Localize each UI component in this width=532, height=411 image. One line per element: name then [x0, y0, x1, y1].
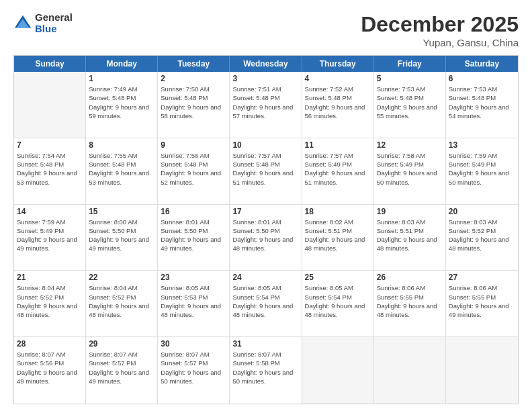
day-info: Sunrise: 7:50 AMSunset: 5:48 PMDaylight:… — [161, 85, 226, 120]
day-info: Sunrise: 8:03 AMSunset: 5:52 PMDaylight:… — [449, 218, 515, 253]
calendar-cell: 3Sunrise: 7:51 AMSunset: 5:48 PMDaylight… — [230, 72, 302, 138]
calendar-header-day: Thursday — [302, 56, 374, 72]
calendar-cell: 13Sunrise: 7:59 AMSunset: 5:49 PMDayligh… — [446, 138, 518, 204]
day-number: 11 — [305, 140, 371, 150]
day-info: Sunrise: 7:57 AMSunset: 5:49 PMDaylight:… — [305, 151, 371, 187]
day-number: 31 — [232, 339, 298, 349]
calendar-cell: 7Sunrise: 7:54 AMSunset: 5:48 PMDaylight… — [14, 138, 86, 204]
calendar-cell: 20Sunrise: 8:03 AMSunset: 5:52 PMDayligh… — [446, 205, 518, 271]
calendar-cell: 6Sunrise: 7:53 AMSunset: 5:48 PMDaylight… — [446, 72, 518, 138]
calendar-header-day: Wednesday — [230, 56, 302, 72]
calendar-cell: 16Sunrise: 8:01 AMSunset: 5:50 PMDayligh… — [158, 205, 230, 271]
calendar-cell: 30Sunrise: 8:07 AMSunset: 5:57 PMDayligh… — [158, 337, 230, 404]
day-number: 30 — [161, 339, 226, 349]
logo-general-label: General — [35, 12, 73, 24]
day-info: Sunrise: 7:56 AMSunset: 5:48 PMDaylight:… — [161, 151, 226, 187]
calendar-cell: 23Sunrise: 8:05 AMSunset: 5:53 PMDayligh… — [158, 271, 230, 336]
logo-icon — [13, 14, 32, 33]
day-number: 13 — [449, 140, 515, 150]
day-info: Sunrise: 7:53 AMSunset: 5:48 PMDaylight:… — [377, 85, 443, 120]
page: General Blue December 2025 Yupan, Gansu,… — [0, 0, 532, 411]
calendar-week: 21Sunrise: 8:04 AMSunset: 5:52 PMDayligh… — [14, 271, 518, 337]
day-number: 19 — [377, 207, 443, 216]
day-info: Sunrise: 8:05 AMSunset: 5:53 PMDaylight:… — [161, 283, 226, 319]
calendar-cell: 21Sunrise: 8:04 AMSunset: 5:52 PMDayligh… — [14, 271, 86, 336]
day-number: 12 — [377, 140, 443, 150]
day-number: 23 — [161, 273, 226, 282]
day-info: Sunrise: 8:03 AMSunset: 5:51 PMDaylight:… — [377, 218, 443, 253]
day-info: Sunrise: 8:02 AMSunset: 5:51 PMDaylight:… — [305, 218, 371, 253]
day-number: 14 — [17, 207, 83, 216]
day-number: 20 — [449, 207, 515, 216]
title-month: December 2025 — [361, 12, 519, 37]
calendar-cell: 28Sunrise: 8:07 AMSunset: 5:56 PMDayligh… — [14, 337, 86, 404]
day-number: 21 — [17, 273, 83, 282]
day-number: 27 — [449, 273, 515, 282]
title-block: December 2025 Yupan, Gansu, China — [361, 12, 519, 48]
day-info: Sunrise: 8:07 AMSunset: 5:57 PMDaylight:… — [89, 350, 154, 385]
calendar-header-day: Saturday — [446, 56, 518, 72]
day-number: 15 — [89, 207, 154, 216]
calendar-week: 28Sunrise: 8:07 AMSunset: 5:56 PMDayligh… — [14, 337, 518, 404]
calendar-header: SundayMondayTuesdayWednesdayThursdayFrid… — [14, 56, 518, 72]
day-info: Sunrise: 7:59 AMSunset: 5:49 PMDaylight:… — [449, 151, 515, 187]
day-number: 7 — [17, 140, 83, 150]
calendar-week: 1Sunrise: 7:49 AMSunset: 5:48 PMDaylight… — [14, 72, 518, 138]
day-info: Sunrise: 8:07 AMSunset: 5:57 PMDaylight:… — [161, 350, 226, 385]
day-info: Sunrise: 7:49 AMSunset: 5:48 PMDaylight:… — [89, 85, 154, 120]
day-number: 29 — [89, 339, 154, 349]
logo-text: General Blue — [35, 12, 73, 34]
day-info: Sunrise: 7:53 AMSunset: 5:48 PMDaylight:… — [449, 85, 515, 120]
day-number: 16 — [161, 207, 226, 216]
day-info: Sunrise: 8:01 AMSunset: 5:50 PMDaylight:… — [232, 218, 298, 253]
calendar-cell: 8Sunrise: 7:55 AMSunset: 5:48 PMDaylight… — [86, 138, 158, 204]
logo-blue-label: Blue — [35, 24, 73, 35]
day-number: 26 — [377, 273, 443, 282]
day-number: 25 — [305, 273, 371, 282]
calendar-week: 14Sunrise: 7:59 AMSunset: 5:49 PMDayligh… — [14, 205, 518, 271]
day-number: 22 — [89, 273, 154, 282]
day-number: 17 — [232, 207, 298, 216]
day-info: Sunrise: 8:06 AMSunset: 5:55 PMDaylight:… — [449, 283, 515, 319]
day-number: 6 — [449, 74, 515, 83]
day-info: Sunrise: 7:58 AMSunset: 5:49 PMDaylight:… — [377, 151, 443, 187]
day-number: 24 — [232, 273, 298, 282]
calendar-cell: 14Sunrise: 7:59 AMSunset: 5:49 PMDayligh… — [14, 205, 86, 271]
calendar-cell: 11Sunrise: 7:57 AMSunset: 5:49 PMDayligh… — [302, 138, 374, 204]
calendar-header-day: Sunday — [14, 56, 86, 72]
day-info: Sunrise: 8:01 AMSunset: 5:50 PMDaylight:… — [161, 218, 226, 253]
day-number: 9 — [161, 140, 226, 150]
title-location: Yupan, Gansu, China — [361, 37, 519, 48]
day-number: 2 — [161, 74, 226, 83]
day-info: Sunrise: 7:52 AMSunset: 5:48 PMDaylight:… — [305, 85, 371, 120]
day-info: Sunrise: 7:55 AMSunset: 5:48 PMDaylight:… — [89, 151, 154, 187]
calendar-week: 7Sunrise: 7:54 AMSunset: 5:48 PMDaylight… — [14, 138, 518, 205]
calendar-cell: 10Sunrise: 7:57 AMSunset: 5:48 PMDayligh… — [230, 138, 302, 204]
day-number: 8 — [89, 140, 154, 150]
day-info: Sunrise: 7:54 AMSunset: 5:48 PMDaylight:… — [17, 151, 83, 187]
calendar-cell — [446, 337, 518, 404]
calendar-cell: 2Sunrise: 7:50 AMSunset: 5:48 PMDaylight… — [158, 72, 230, 138]
day-number: 4 — [305, 74, 371, 83]
calendar-cell: 24Sunrise: 8:05 AMSunset: 5:54 PMDayligh… — [230, 271, 302, 336]
calendar-cell: 22Sunrise: 8:04 AMSunset: 5:52 PMDayligh… — [86, 271, 158, 336]
calendar-cell: 12Sunrise: 7:58 AMSunset: 5:49 PMDayligh… — [374, 138, 446, 204]
day-info: Sunrise: 7:51 AMSunset: 5:48 PMDaylight:… — [232, 85, 298, 120]
day-info: Sunrise: 8:05 AMSunset: 5:54 PMDaylight:… — [232, 283, 298, 319]
header: General Blue December 2025 Yupan, Gansu,… — [13, 12, 519, 48]
calendar-cell: 27Sunrise: 8:06 AMSunset: 5:55 PMDayligh… — [446, 271, 518, 336]
calendar-cell: 29Sunrise: 8:07 AMSunset: 5:57 PMDayligh… — [86, 337, 158, 404]
day-info: Sunrise: 8:04 AMSunset: 5:52 PMDaylight:… — [17, 283, 83, 319]
calendar-cell: 18Sunrise: 8:02 AMSunset: 5:51 PMDayligh… — [302, 205, 374, 271]
calendar-cell — [302, 337, 374, 404]
day-number: 1 — [89, 74, 154, 83]
calendar-cell: 9Sunrise: 7:56 AMSunset: 5:48 PMDaylight… — [158, 138, 230, 204]
calendar-cell: 26Sunrise: 8:06 AMSunset: 5:55 PMDayligh… — [374, 271, 446, 336]
calendar-cell: 1Sunrise: 7:49 AMSunset: 5:48 PMDaylight… — [86, 72, 158, 138]
day-info: Sunrise: 8:07 AMSunset: 5:58 PMDaylight:… — [232, 350, 298, 385]
calendar-header-day: Monday — [86, 56, 158, 72]
day-number: 18 — [305, 207, 371, 216]
day-number: 28 — [17, 339, 83, 349]
day-number: 10 — [232, 140, 298, 150]
day-info: Sunrise: 7:57 AMSunset: 5:48 PMDaylight:… — [232, 151, 298, 187]
